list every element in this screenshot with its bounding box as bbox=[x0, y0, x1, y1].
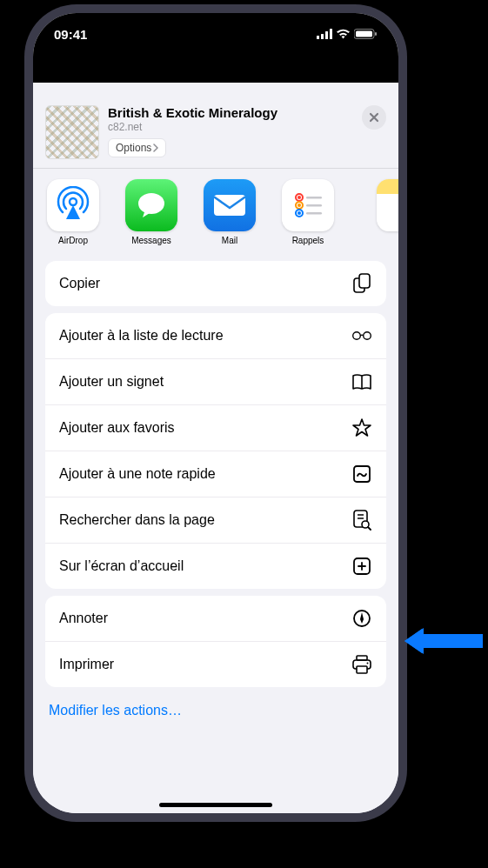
action-reading-list[interactable]: Ajouter à la liste de lecture bbox=[45, 313, 386, 358]
mail-icon bbox=[204, 179, 256, 231]
action-label: Ajouter à une note rapide bbox=[59, 466, 216, 482]
action-label: Sur l’écran d’accueil bbox=[59, 558, 184, 574]
close-icon bbox=[369, 112, 379, 123]
notes-icon bbox=[377, 179, 398, 231]
chevron-right-icon bbox=[153, 144, 158, 152]
action-bookmark[interactable]: Ajouter un signet bbox=[45, 358, 386, 404]
close-button[interactable] bbox=[362, 105, 386, 130]
dynamic-island bbox=[168, 25, 264, 51]
options-label: Options bbox=[116, 142, 151, 154]
svg-rect-9 bbox=[214, 195, 245, 216]
phone-frame: 09:41 British & Exotic Mineralogy c82. bbox=[24, 4, 407, 822]
svg-rect-18 bbox=[306, 212, 322, 215]
add-home-icon bbox=[351, 556, 372, 577]
svg-rect-6 bbox=[375, 32, 377, 36]
options-button[interactable]: Options bbox=[108, 138, 166, 157]
printer-icon bbox=[351, 654, 372, 675]
svg-rect-35 bbox=[357, 666, 367, 673]
quick-note-icon bbox=[351, 464, 372, 484]
action-annotate[interactable]: Annoter bbox=[45, 596, 386, 641]
action-label: Imprimer bbox=[59, 657, 114, 672]
action-label: Annoter bbox=[59, 611, 108, 626]
svg-point-11 bbox=[297, 196, 301, 199]
home-indicator[interactable] bbox=[159, 803, 272, 807]
svg-rect-5 bbox=[356, 31, 372, 37]
action-label: Ajouter un signet bbox=[59, 374, 164, 390]
app-label: Mail bbox=[222, 236, 237, 245]
svg-point-15 bbox=[297, 211, 301, 215]
action-print[interactable]: Imprimer bbox=[45, 641, 386, 687]
book-icon bbox=[351, 371, 372, 392]
svg-rect-1 bbox=[321, 34, 324, 39]
page-thumbnail bbox=[45, 105, 99, 159]
arrow-callout bbox=[404, 626, 483, 656]
actions-section-2: Ajouter à la liste de lecture Ajouter un… bbox=[45, 313, 386, 589]
svg-rect-20 bbox=[359, 274, 370, 288]
battery-icon bbox=[354, 29, 378, 39]
action-home-screen[interactable]: Sur l’écran d’accueil bbox=[45, 543, 386, 589]
svg-point-8 bbox=[138, 193, 164, 214]
svg-rect-37 bbox=[422, 634, 483, 648]
share-sheet: British & Exotic Mineralogy c82.net Opti… bbox=[33, 94, 398, 813]
svg-point-7 bbox=[70, 198, 77, 205]
glasses-icon bbox=[351, 325, 372, 346]
find-icon bbox=[351, 510, 372, 531]
actions-section-3: Annoter Imprimer bbox=[45, 596, 386, 687]
svg-line-28 bbox=[368, 527, 371, 530]
app-mail[interactable]: Mail bbox=[202, 179, 257, 245]
markup-icon bbox=[351, 608, 372, 629]
wifi-icon bbox=[336, 29, 351, 39]
svg-rect-16 bbox=[306, 197, 322, 199]
app-label: Messages bbox=[131, 236, 171, 245]
svg-rect-3 bbox=[330, 29, 332, 39]
svg-point-13 bbox=[297, 204, 301, 207]
copy-icon bbox=[351, 273, 372, 294]
action-label: Ajouter à la liste de lecture bbox=[59, 328, 224, 344]
cellular-icon bbox=[317, 29, 332, 39]
app-airdrop[interactable]: AirDrop bbox=[45, 179, 101, 245]
phone-screen: 09:41 British & Exotic Mineralogy c82. bbox=[33, 13, 398, 813]
airdrop-icon bbox=[47, 179, 99, 231]
sheet-header: British & Exotic Mineralogy c82.net Opti… bbox=[33, 94, 398, 168]
edit-actions-link[interactable]: Modifier les actions… bbox=[33, 694, 398, 724]
actions-section-1: Copier bbox=[45, 261, 386, 306]
page-subtitle: c82.net bbox=[108, 121, 353, 133]
svg-point-21 bbox=[353, 332, 361, 340]
page-title: British & Exotic Mineralogy bbox=[108, 105, 353, 120]
app-messages[interactable]: Messages bbox=[124, 179, 179, 245]
app-label: AirDrop bbox=[58, 236, 88, 245]
action-favorites[interactable]: Ajouter aux favoris bbox=[45, 404, 386, 451]
action-label: Ajouter aux favoris bbox=[59, 420, 175, 436]
app-share-row[interactable]: AirDrop Messages Mail bbox=[33, 169, 398, 254]
app-label: Rappels bbox=[292, 236, 324, 245]
svg-rect-0 bbox=[317, 36, 319, 39]
status-time: 09:41 bbox=[54, 27, 87, 42]
svg-point-22 bbox=[364, 332, 371, 340]
app-reminders[interactable]: Rappels bbox=[280, 179, 336, 245]
app-notes-partial[interactable] bbox=[358, 179, 398, 245]
svg-rect-17 bbox=[306, 204, 322, 207]
svg-point-36 bbox=[367, 663, 369, 664]
action-find-in-page[interactable]: Rechercher dans la page bbox=[45, 497, 386, 543]
reminders-icon bbox=[282, 179, 334, 231]
svg-rect-2 bbox=[325, 31, 328, 39]
action-label: Rechercher dans la page bbox=[59, 512, 215, 528]
action-copy[interactable]: Copier bbox=[45, 261, 386, 306]
action-label: Copier bbox=[59, 276, 100, 291]
messages-icon bbox=[125, 179, 177, 231]
star-icon bbox=[351, 417, 372, 438]
action-quick-note[interactable]: Ajouter à une note rapide bbox=[45, 451, 386, 497]
background-strip bbox=[33, 48, 398, 83]
